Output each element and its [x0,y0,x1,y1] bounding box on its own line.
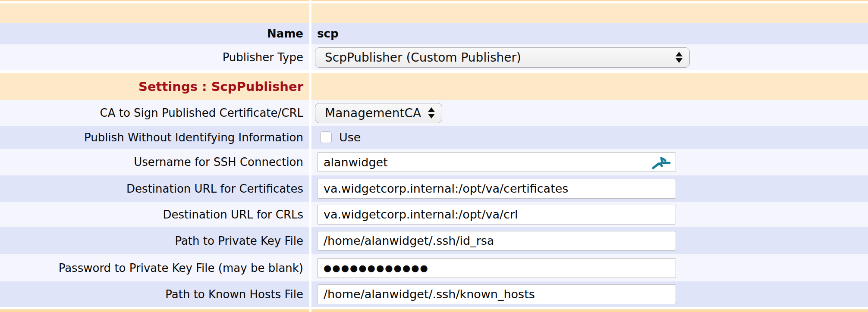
cert-url-input[interactable] [317,179,676,199]
publisher-type-label: Publisher Type [223,51,303,64]
known-hosts-row: Path to Known Hosts File [0,281,868,307]
password-label: Password to Private Key File (may be bla… [59,262,303,275]
private-key-row: Path to Private Key File [0,227,868,254]
username-label: Username for SSH Connection [134,156,303,168]
ca-label: CA to Sign Published Certificate/CRL [100,106,303,119]
settings-header-row: Settings : ScpPublisher [0,73,868,100]
password-row: Password to Private Key File (may be bla… [0,254,868,281]
crl-url-row: Destination URL for CRLs [0,202,868,227]
select-updown-arrows-icon [421,107,435,119]
known-hosts-input[interactable] [317,284,676,304]
publisher-type-row: Publisher Type ScpPublisher (Custom Publ… [0,44,868,70]
use-checkbox-label: Use [339,131,361,144]
cert-url-row: Destination URL for Certificates [0,175,868,202]
username-input[interactable] [317,152,676,172]
ca-select[interactable]: ManagementCA [315,103,442,123]
top-edge-row [0,0,868,1]
section-spacer [0,70,868,73]
settings-section-title: Settings : ScpPublisher [138,79,303,94]
username-row: Username for SSH Connection [0,149,868,175]
crl-url-input[interactable] [317,205,676,225]
private-key-label: Path to Private Key File [175,234,303,247]
select-updown-arrows-icon [668,52,682,63]
header-row-empty [0,3,868,23]
private-key-input[interactable] [317,231,676,251]
cert-url-label: Destination URL for Certificates [126,182,303,195]
password-input[interactable] [317,258,676,278]
anonymize-row: Publish Without Identifying Information … [0,126,868,149]
ca-row: CA to Sign Published Certificate/CRL Man… [0,100,868,126]
bottom-edge-row [0,309,868,312]
anonymize-label: Publish Without Identifying Information [84,131,303,144]
name-label: Name [267,27,303,40]
ca-selected-option: ManagementCA [325,106,421,120]
publisher-edit-form: Name scp Publisher Type ScpPublisher (Cu… [0,0,868,312]
publisher-type-selected-option: ScpPublisher (Custom Publisher) [325,50,521,65]
crl-url-label: Destination URL for CRLs [163,208,303,221]
name-row: Name scp [0,23,868,44]
known-hosts-label: Path to Known Hosts File [165,288,303,301]
dashlane-password-manager-icon[interactable] [651,154,671,170]
publisher-type-select[interactable]: ScpPublisher (Custom Publisher) [315,47,690,68]
use-checkbox[interactable] [320,131,332,143]
name-value: scp [317,27,339,40]
